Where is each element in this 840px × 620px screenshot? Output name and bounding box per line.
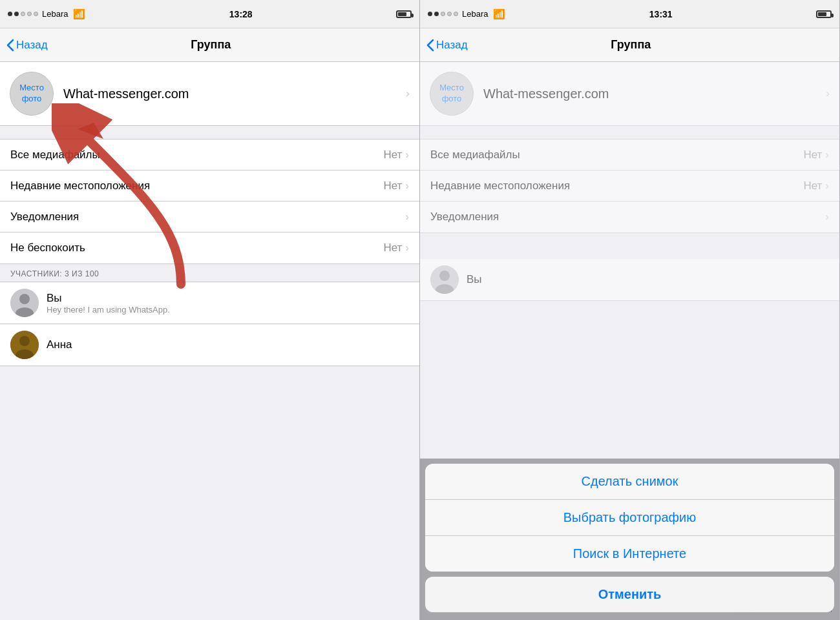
left-location-arrow: ›	[405, 180, 409, 192]
choose-photo-label: Выбрать фотографию	[563, 510, 696, 525]
anna-avatar-icon	[10, 331, 39, 359]
action-choose-photo[interactable]: Выбрать фотографию	[425, 500, 834, 536]
left-participants-header: УЧАСТНИКИ: 3 ИЗ 100	[0, 264, 419, 282]
action-web-search[interactable]: Поиск в Интернете	[425, 536, 834, 572]
right-location-arrow: ›	[825, 180, 829, 192]
left-participant-you[interactable]: Вы Hey there! I am using WhatsApp.	[0, 282, 419, 324]
right-battery-fill	[818, 12, 827, 16]
left-group-photo-section[interactable]: Местофото What-messenger.com ›	[0, 62, 419, 126]
right-notif-right: ›	[825, 211, 829, 223]
left-media-arrow: ›	[405, 149, 409, 161]
right-location-label: Недавние местоположения	[430, 180, 570, 192]
person-icon	[10, 289, 39, 317]
dot-2	[14, 12, 19, 16]
right-setting-notifications: Уведомления ›	[420, 202, 839, 232]
left-avatar-anna	[10, 331, 39, 359]
left-status-bar: Lebara 📶 13:28	[0, 0, 419, 28]
action-cancel-button[interactable]: Отменить	[425, 577, 834, 612]
left-location-value: Нет	[383, 180, 402, 192]
left-notif-right: ›	[405, 211, 409, 223]
left-participant-anna-name: Анна	[47, 338, 72, 351]
svg-point-9	[439, 271, 450, 281]
right-status-right	[816, 10, 832, 18]
right-avatar-you	[430, 265, 459, 294]
left-group-arrow: ›	[406, 87, 410, 100]
right-photo-placeholder: Местофото	[430, 72, 474, 116]
left-participants-list: Вы Hey there! I am using WhatsApp. Анна	[0, 282, 419, 366]
left-setting-media[interactable]: Все медиафайлы Нет ›	[0, 140, 419, 170]
right-dot-4	[447, 12, 452, 16]
right-location-value: Нет	[803, 180, 822, 192]
right-group-photo-section: Местофото What-messenger.com ›	[420, 62, 839, 126]
right-setting-media: Все медиафайлы Нет ›	[420, 140, 839, 170]
left-location-label: Недавние местоположения	[10, 180, 150, 192]
right-status-bar: Lebara 📶 13:31	[420, 0, 839, 28]
left-participant-you-status: Hey there! I am using WhatsApp.	[47, 305, 170, 315]
battery-fill	[398, 12, 407, 16]
left-status-right	[396, 10, 412, 18]
back-label: Назад	[16, 39, 48, 52]
participants-count-label: УЧАСТНИКИ: 3 ИЗ 100	[10, 269, 99, 278]
left-participant-anna[interactable]: Анна	[0, 324, 419, 366]
left-dnd-right: Нет ›	[383, 242, 409, 254]
left-dnd-arrow: ›	[405, 242, 409, 254]
left-media-value: Нет	[383, 149, 402, 161]
action-sheet-group: Сделать снимок Выбрать фотографию Поиск …	[425, 464, 834, 572]
take-photo-label: Сделать снимок	[582, 474, 678, 489]
right-person-icon	[430, 265, 459, 294]
left-media-label: Все медиафайлы	[10, 149, 100, 161]
right-back-button[interactable]: Назад	[426, 39, 468, 52]
right-nav-title: Группа	[611, 38, 651, 52]
right-wifi-icon: 📶	[493, 8, 505, 20]
left-notif-arrow: ›	[405, 211, 409, 223]
right-dot-5	[454, 12, 458, 16]
right-group-name: What-messenger.com	[483, 87, 609, 101]
right-time: 13:31	[649, 9, 673, 19]
right-battery-icon	[816, 10, 832, 18]
left-avatar-you	[10, 289, 39, 317]
left-setting-location[interactable]: Недавние местоположения Нет ›	[0, 170, 419, 202]
dot-5	[34, 12, 38, 16]
left-photo-placeholder[interactable]: Местофото	[10, 72, 54, 116]
right-signal-dots	[428, 12, 458, 16]
left-nav-title: Группа	[191, 38, 231, 52]
left-nav-bar: Назад Группа	[0, 28, 419, 62]
dot-3	[21, 12, 25, 16]
right-notif-arrow: ›	[825, 211, 829, 223]
left-back-button[interactable]: Назад	[6, 39, 48, 52]
left-content: Местофото What-messenger.com › Все медиа…	[0, 62, 419, 620]
right-participants-spacer	[420, 233, 839, 259]
back-chevron-icon	[6, 39, 14, 52]
left-media-right: Нет ›	[383, 149, 409, 161]
wifi-icon: 📶	[73, 8, 85, 20]
right-media-right: Нет ›	[803, 149, 829, 161]
left-settings-group: Все медиафайлы Нет › Недавние местополож…	[0, 139, 419, 264]
right-notif-label: Уведомления	[430, 211, 499, 223]
signal-dots	[8, 12, 38, 16]
dot-4	[27, 12, 32, 16]
left-setting-dnd[interactable]: Не беспокоить Нет ›	[0, 232, 419, 264]
web-search-label: Поиск в Интернете	[573, 546, 686, 561]
right-media-value: Нет	[803, 149, 822, 161]
left-group-name: What-messenger.com	[63, 87, 189, 101]
left-participant-anna-info: Анна	[47, 338, 72, 351]
battery-icon	[396, 10, 412, 18]
right-settings-group: Все медиафайлы Нет › Недавние местополож…	[420, 139, 839, 233]
right-participant-you: Вы	[420, 259, 839, 301]
svg-point-4	[19, 336, 30, 346]
right-location-right: Нет ›	[803, 180, 829, 192]
left-participant-you-name: Вы	[47, 292, 170, 305]
svg-point-1	[19, 294, 30, 304]
left-notif-label: Уведомления	[10, 211, 79, 223]
action-sheet-overlay: Сделать снимок Выбрать фотографию Поиск …	[420, 459, 839, 620]
left-dnd-value: Нет	[383, 242, 402, 254]
right-status-left: Lebara 📶	[428, 8, 505, 20]
left-dnd-label: Не беспокоить	[10, 242, 85, 254]
left-panel: Lebara 📶 13:28 Назад Группа Местофото Wh…	[0, 0, 420, 620]
right-dot-3	[441, 12, 445, 16]
right-media-label: Все медиафайлы	[430, 149, 520, 161]
action-take-photo[interactable]: Сделать снимок	[425, 464, 834, 500]
left-participant-you-info: Вы Hey there! I am using WhatsApp.	[47, 292, 170, 315]
left-setting-notifications[interactable]: Уведомления ›	[0, 202, 419, 232]
right-back-chevron-icon	[426, 39, 434, 52]
